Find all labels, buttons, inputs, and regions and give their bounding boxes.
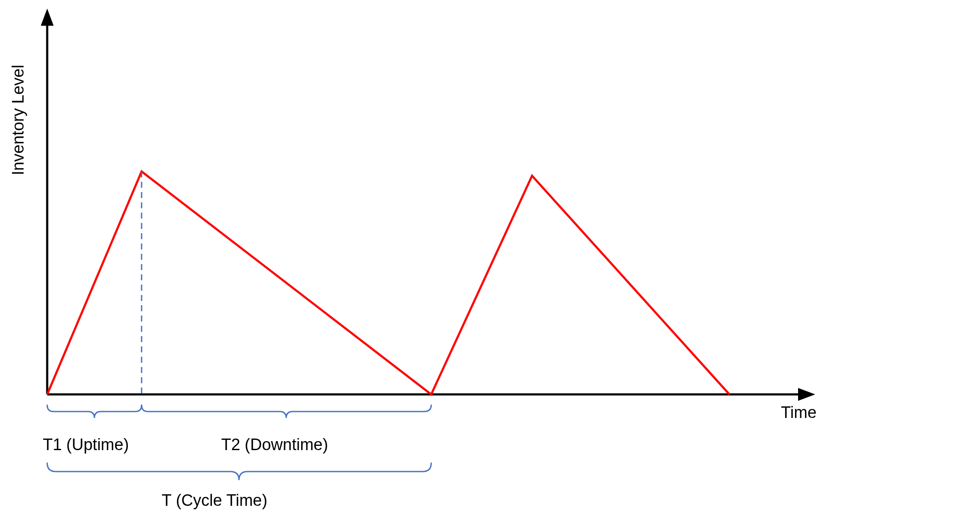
t-label: T (Cycle Time) [162,491,267,509]
t2-label: T2 (Downtime) [221,436,328,454]
t-brace [47,463,431,480]
inventory-line [47,171,729,394]
x-axis-label: Time [781,403,817,421]
y-axis-arrow-icon [41,9,54,26]
y-axis-label: Inventory Level [9,65,27,175]
t1-brace [47,405,142,418]
t2-brace [142,405,431,418]
t1-label: T1 (Uptime) [43,436,129,454]
x-axis-arrow-icon [798,388,815,401]
axes [41,9,815,401]
inventory-diagram: Inventory Level Time T1 (Uptime) T2 (Dow… [0,0,980,523]
